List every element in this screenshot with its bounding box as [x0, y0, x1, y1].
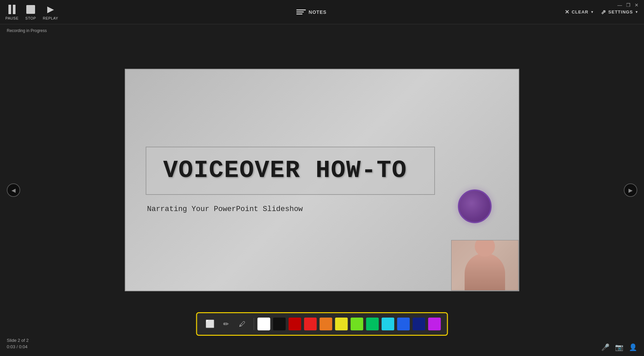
slide-counter: Slide 2 of 2	[7, 338, 29, 343]
recording-status: Recording in Progress	[7, 28, 47, 33]
color-button-yellow[interactable]	[335, 318, 348, 330]
eraser-tool-button[interactable]: ⬜	[203, 317, 217, 331]
prev-slide-button[interactable]: ◀	[7, 183, 20, 197]
microphone-button[interactable]: 🎤	[601, 343, 610, 351]
restore-button[interactable]: ❐	[626, 3, 631, 7]
window-controls: — ❐ ✕	[617, 3, 639, 7]
color-button-black[interactable]	[273, 318, 286, 330]
main-content: Recording in Progress ◀ VOICEOVER HOW-TO…	[0, 24, 644, 356]
toolbar-center: NOTES	[58, 8, 565, 16]
minimize-button[interactable]: —	[617, 3, 622, 7]
settings-button[interactable]: ⇗ SETTINGS ▼	[601, 8, 639, 16]
highlighter-tool-button[interactable]: 🖊	[235, 317, 250, 331]
color-button-green[interactable]	[366, 318, 379, 330]
notes-label: NOTES	[309, 9, 326, 15]
slide-container: ◀ VOICEOVER HOW-TO Narrating Your PowerP…	[0, 24, 644, 356]
pencil-icon: ✏	[223, 320, 229, 328]
color-button-red[interactable]	[304, 318, 317, 330]
pause-button[interactable]: PAUSE	[5, 4, 19, 20]
toolbar-right: ✕ CLEAR ▼ ⇗ SETTINGS ▼	[565, 8, 639, 16]
replay-button[interactable]: ▶ REPLAY	[43, 4, 58, 20]
color-button-purple[interactable]	[428, 318, 441, 330]
next-slide-button[interactable]: ▶	[624, 183, 637, 197]
color-button-dark-red[interactable]	[289, 318, 301, 330]
share-icon: ⇗	[601, 8, 606, 16]
stop-button[interactable]: STOP	[25, 4, 36, 20]
slide-subtitle: Narrating Your PowerPoint Slideshow	[147, 205, 303, 213]
color-button-light-blue[interactable]	[382, 318, 394, 330]
settings-label: SETTINGS	[608, 9, 633, 14]
camera-button[interactable]: 📷	[615, 343, 623, 351]
person-body	[465, 253, 505, 290]
slide-area: Recording in Progress ◀ VOICEOVER HOW-TO…	[0, 24, 644, 356]
clear-chevron-icon: ▼	[590, 10, 594, 14]
settings-chevron-icon: ▼	[635, 10, 639, 14]
toolbar: PAUSE STOP ▶ REPLAY NOTES ✕ CL	[0, 0, 644, 24]
bottom-right-controls: 🎤 📷 👤	[601, 343, 637, 351]
replay-icon: ▶	[45, 4, 56, 15]
color-separator	[254, 318, 254, 330]
color-button-white[interactable]	[258, 318, 270, 330]
status-bar: Slide 2 of 2 0:03 / 0:04	[7, 338, 29, 349]
time-display: 0:03 / 0:04	[7, 344, 29, 349]
color-palette	[257, 318, 442, 330]
webcam-person-shape	[451, 240, 518, 290]
purple-stamp	[458, 189, 492, 223]
close-button[interactable]: ✕	[635, 3, 639, 7]
eraser-icon: ⬜	[205, 320, 214, 328]
slide-title: VOICEOVER HOW-TO	[163, 157, 417, 184]
toolbar-left: PAUSE STOP ▶ REPLAY	[5, 4, 58, 20]
pause-icon	[6, 4, 17, 15]
person-button[interactable]: 👤	[629, 343, 637, 351]
x-icon: ✕	[565, 9, 569, 15]
highlighter-icon: 🖊	[239, 320, 246, 328]
drawing-toolbar: ⬜ ✏ 🖊	[196, 312, 448, 336]
webcam-thumbnail	[451, 240, 519, 291]
stop-icon	[25, 4, 36, 15]
replay-label: REPLAY	[43, 16, 58, 20]
pencil-tool-button[interactable]: ✏	[219, 317, 234, 331]
slide-title-box: VOICEOVER HOW-TO	[146, 147, 435, 195]
clear-label: CLEAR	[572, 9, 588, 14]
clear-button[interactable]: ✕ CLEAR ▼	[565, 9, 594, 15]
pause-label: PAUSE	[5, 16, 19, 20]
stop-label: STOP	[25, 16, 36, 20]
person-head	[475, 240, 495, 257]
color-button-orange[interactable]	[320, 318, 332, 330]
notes-icon	[296, 8, 306, 16]
color-button-blue[interactable]	[397, 318, 410, 330]
color-button-dark-blue[interactable]	[413, 318, 426, 330]
notes-button[interactable]: NOTES	[296, 8, 326, 16]
color-button-light-green[interactable]	[351, 318, 363, 330]
slide-frame: VOICEOVER HOW-TO Narrating Your PowerPoi…	[125, 69, 519, 291]
